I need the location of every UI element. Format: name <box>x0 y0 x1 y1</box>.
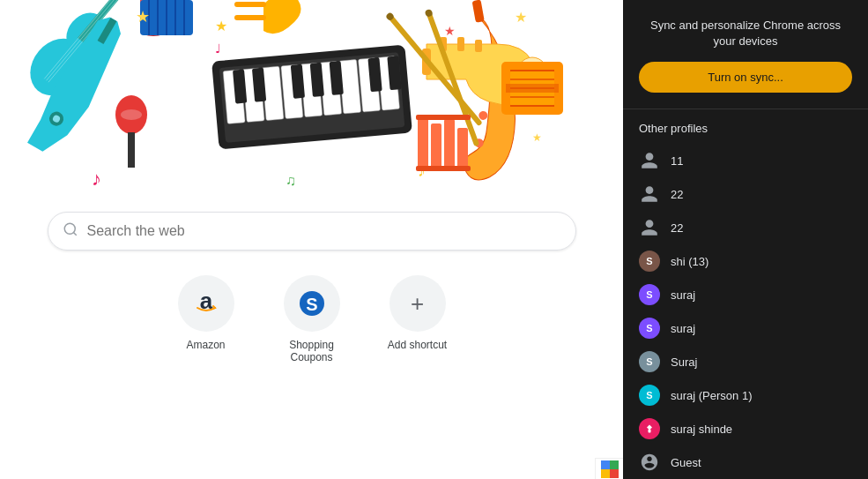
svg-rect-77 <box>457 128 468 168</box>
add-shortcut-icon-circle: + <box>389 275 446 332</box>
svg-rect-35 <box>457 37 464 51</box>
svg-text:♩: ♩ <box>215 41 221 56</box>
profile-name-guest: Guest <box>671 456 701 469</box>
search-container <box>48 212 576 251</box>
svg-text:★: ★ <box>136 8 150 26</box>
profile-item-suraj1[interactable]: S suraj <box>623 278 868 311</box>
profile-avatar-22b <box>639 217 660 238</box>
hero-area: ★ ★ ★ ★ ★ ♪ ♩ ♫ ♪ <box>0 0 623 203</box>
amazon-label: Amazon <box>186 339 225 351</box>
shortcut-amazon[interactable]: a Amazon <box>167 275 246 351</box>
profile-avatar-surajshinde <box>639 418 660 439</box>
profile-avatar-suraj1: S <box>639 284 660 305</box>
search-bar[interactable] <box>48 212 576 251</box>
profile-avatar-11 <box>639 150 660 171</box>
profile-name-shi: shi (13) <box>671 255 708 268</box>
svg-rect-43 <box>128 132 135 168</box>
profile-name-22b: 22 <box>671 221 683 235</box>
svg-rect-78 <box>416 166 471 171</box>
profile-avatar-suraj2: S <box>639 318 660 339</box>
profile-item-surajp1[interactable]: S suraj (Person 1) <box>623 378 868 412</box>
svg-rect-86 <box>649 430 651 433</box>
profile-avatar-surajp1: S <box>639 385 660 406</box>
svg-rect-90 <box>601 469 610 478</box>
svg-rect-79 <box>416 115 471 120</box>
profile-item-Suraj[interactable]: S Suraj <box>623 345 868 378</box>
profile-name-surajp1: suraj (Person 1) <box>671 389 752 402</box>
shopping-coupons-icon-circle: S <box>284 275 340 332</box>
profile-avatar-22a <box>639 183 660 205</box>
svg-text:★: ★ <box>444 24 456 38</box>
profile-item-guest[interactable]: Guest <box>623 445 868 479</box>
svg-point-80 <box>64 223 75 234</box>
profile-name-11: 11 <box>671 154 683 168</box>
svg-point-31 <box>478 110 488 121</box>
shortcuts-area: a Amazon S Shopping Coupons + <box>167 275 457 363</box>
profile-name-22a: 22 <box>671 188 683 201</box>
shortcut-shopping-coupons[interactable]: S Shopping Coupons <box>272 275 352 363</box>
svg-text:★: ★ <box>515 10 527 25</box>
add-shortcut-label: Add shortcut <box>388 339 447 351</box>
shopping-coupons-label: Shopping Coupons <box>272 339 352 363</box>
search-input[interactable] <box>87 223 561 239</box>
svg-rect-89 <box>610 460 619 469</box>
corner-favicon <box>595 458 623 479</box>
profile-avatar-Suraj: S <box>639 351 660 372</box>
profile-item-22a[interactable]: 22 <box>623 177 868 211</box>
profile-item-shi[interactable]: S shi (13) <box>623 244 868 278</box>
sync-title: Sync and personalize Chrome across your … <box>639 18 852 49</box>
profile-item-surajshinde[interactable]: suraj shinde <box>623 412 868 445</box>
profile-avatar-guest <box>639 452 660 473</box>
profile-item-22b[interactable]: 22 <box>623 211 868 244</box>
plus-icon: + <box>411 290 424 318</box>
profile-avatar-shi: S <box>639 251 660 272</box>
sync-section: Sync and personalize Chrome across your … <box>623 0 868 109</box>
svg-text:♫: ♫ <box>286 173 296 188</box>
amazon-letter-icon: a <box>190 285 222 323</box>
sync-button[interactable]: Turn on sync... <box>639 62 852 93</box>
profile-item-11[interactable]: 11 <box>623 144 868 177</box>
other-profiles-section: Other profiles 11 22 22 S shi (13) <box>623 109 868 479</box>
profile-name-suraj1: suraj <box>671 288 695 302</box>
svg-text:♪: ♪ <box>92 168 101 190</box>
profile-name-Suraj: Suraj <box>671 356 697 369</box>
svg-text:S: S <box>306 295 317 314</box>
svg-text:★: ★ <box>215 19 227 34</box>
svg-rect-74 <box>418 115 428 168</box>
profile-name-surajshinde: suraj shinde <box>671 423 732 436</box>
svg-rect-75 <box>431 123 441 168</box>
svg-point-44 <box>121 109 142 120</box>
svg-text:★: ★ <box>532 131 542 144</box>
main-content: ★ ★ ★ ★ ★ ♪ ♩ ♫ ♪ <box>0 0 623 479</box>
svg-rect-91 <box>610 469 619 478</box>
svg-line-81 <box>73 232 76 235</box>
svg-rect-76 <box>444 119 455 168</box>
svg-rect-36 <box>475 40 482 52</box>
amazon-icon-circle: a <box>178 275 234 332</box>
svg-rect-88 <box>601 460 610 469</box>
profile-name-suraj2: suraj <box>671 322 695 335</box>
profile-item-suraj2[interactable]: S suraj <box>623 311 868 345</box>
shortcut-add[interactable]: + Add shortcut <box>378 275 457 351</box>
search-icon <box>63 221 78 241</box>
svg-rect-28 <box>471 0 484 23</box>
sidebar: Sync and personalize Chrome across your … <box>623 0 868 479</box>
other-profiles-title: Other profiles <box>623 122 868 144</box>
